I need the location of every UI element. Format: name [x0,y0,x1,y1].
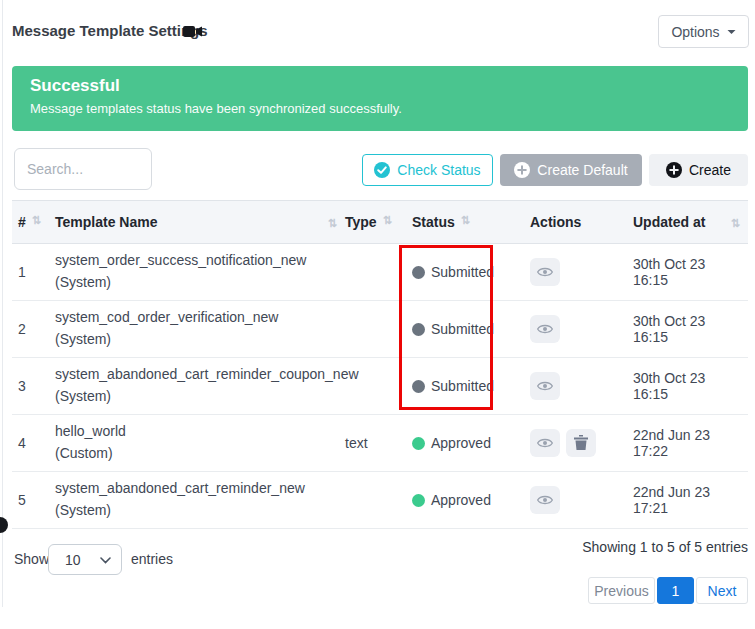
view-button[interactable] [530,372,560,400]
create-label: Create [689,162,731,178]
table-row: 4 hello_world(Custom) text Approved 22nd… [12,415,748,472]
column-header-type[interactable]: Type⇅ [345,201,407,244]
search-input[interactable] [14,148,152,190]
actions-cell [530,358,633,415]
view-button[interactable] [530,486,560,514]
row-index: 3 [12,358,55,415]
sort-icon[interactable]: ⇅ [461,214,470,226]
eye-icon [537,379,553,393]
template-name: system_abandoned_cart_reminder_coupon_ne… [55,364,337,386]
edge-widget-handle[interactable] [0,517,8,533]
status-cell: Submitted [407,244,530,301]
status-cell: Submitted [407,358,530,415]
view-button[interactable] [530,258,560,286]
options-button[interactable]: Options [658,15,749,48]
eye-icon [537,265,553,279]
message-template-settings-page: Message Template Settings Options Succes… [0,0,755,629]
table-row: 1 system_order_success_notification_new(… [12,244,748,301]
page-1-button[interactable]: 1 [657,577,694,604]
template-origin: (System) [55,272,337,294]
updated-at-cell: 30th Oct 23 16:15 [633,244,748,301]
row-index: 1 [12,244,55,301]
sort-icon[interactable]: ⇅ [731,217,740,230]
template-name-cell: system_abandoned_cart_reminder_new(Syste… [55,472,345,529]
create-default-label: Create Default [537,162,627,178]
status-cell: Submitted [407,301,530,358]
table-row: 3 system_abandoned_cart_reminder_coupon_… [12,358,748,415]
status-dot [412,323,425,336]
row-index: 4 [12,415,55,472]
create-default-button[interactable]: Create Default [500,154,642,186]
actions-cell [530,415,633,472]
view-button[interactable] [530,429,560,457]
eye-icon [537,493,553,507]
video-camera-icon [183,24,202,42]
alert-title: Successful [30,76,730,96]
templates-table: #⇅ ⇅Template Name Type⇅ Status⇅ Actions … [12,200,748,529]
row-index: 5 [12,472,55,529]
actions-cell [530,244,633,301]
chevron-down-icon [100,557,111,564]
check-status-label: Check Status [397,162,480,178]
success-alert: Successful Message templates status have… [12,66,748,131]
check-status-button[interactable]: Check Status [362,154,493,186]
table-header-row: #⇅ ⇅Template Name Type⇅ Status⇅ Actions … [12,201,748,244]
updated-at-cell: 30th Oct 23 16:15 [633,358,748,415]
sort-icon[interactable]: ⇅ [32,214,41,226]
status-cell: Approved [407,415,530,472]
eye-icon [537,322,553,336]
previous-page-button[interactable]: Previous [588,577,655,604]
entries-label: entries [131,551,173,567]
table-row: 5 system_abandoned_cart_reminder_new(Sys… [12,472,748,529]
status-dot [412,380,425,393]
status-label: Submitted [431,321,494,337]
status-label: Submitted [431,378,494,394]
column-header-updated-at[interactable]: ⇅Updated at [633,201,748,244]
next-page-button[interactable]: Next [696,577,748,604]
plus-circle-icon [666,162,682,178]
template-name: system_abandoned_cart_reminder_new [55,478,337,500]
create-button[interactable]: Create [649,154,748,186]
status-dot [412,437,425,450]
template-name: system_cod_order_verification_new [55,307,337,329]
template-origin: (System) [55,386,337,408]
template-origin: (System) [55,500,337,522]
actions-cell [530,301,633,358]
status-cell: Approved [407,472,530,529]
template-origin: (System) [55,329,337,351]
column-header-index[interactable]: #⇅ [12,201,55,244]
caret-down-icon [727,29,736,35]
sort-icon[interactable]: ⇅ [328,217,337,230]
page-title: Message Template Settings [12,22,208,39]
page-size-select[interactable]: 10 [48,544,122,575]
page-size-value: 10 [65,552,81,568]
type-cell [345,244,407,301]
entries-summary: Showing 1 to 5 of 5 entries [582,539,748,555]
column-header-status[interactable]: Status⇅ [407,201,530,244]
column-header-template-name[interactable]: ⇅Template Name [55,201,345,244]
status-label: Approved [431,435,491,451]
page-left-border [2,0,3,607]
template-name-cell: system_abandoned_cart_reminder_coupon_ne… [55,358,345,415]
eye-icon [537,436,553,450]
template-origin: (Custom) [55,443,337,465]
delete-button[interactable] [566,429,596,457]
pagination: Previous 1 Next [588,577,748,604]
updated-at-cell: 30th Oct 23 16:15 [633,301,748,358]
template-name: hello_world [55,421,337,443]
alert-message: Message templates status have been synch… [30,101,730,116]
trash-icon [574,435,588,450]
sort-icon[interactable]: ⇅ [383,214,392,226]
check-circle-icon [374,162,390,178]
view-button[interactable] [530,315,560,343]
template-name-cell: system_cod_order_verification_new(System… [55,301,345,358]
type-cell [345,301,407,358]
options-button-label: Options [671,24,719,40]
template-name-cell: hello_world(Custom) [55,415,345,472]
status-label: Submitted [431,264,494,280]
actions-cell [530,472,633,529]
row-index: 2 [12,301,55,358]
status-dot [412,494,425,507]
template-name-cell: system_order_success_notification_new(Sy… [55,244,345,301]
column-header-actions: Actions [530,201,633,244]
